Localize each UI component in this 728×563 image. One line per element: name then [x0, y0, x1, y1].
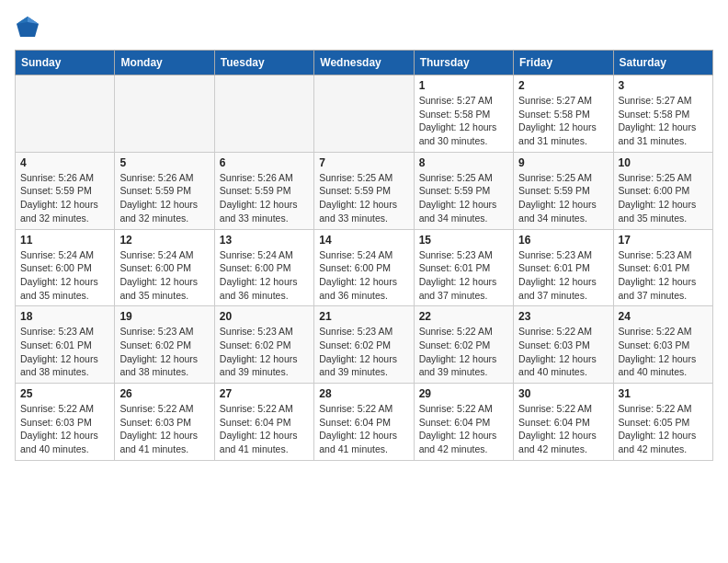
day-info: Sunrise: 5:22 AMSunset: 6:03 PMDaylight:…: [119, 402, 209, 456]
day-number: 6: [220, 156, 309, 169]
table-row: 13Sunrise: 5:24 AMSunset: 6:00 PMDayligh…: [214, 229, 313, 306]
day-number: 22: [419, 310, 508, 323]
day-info: Sunrise: 5:23 AMSunset: 6:02 PMDaylight:…: [220, 325, 309, 379]
day-number: 16: [518, 234, 608, 247]
table-row: 17Sunrise: 5:23 AMSunset: 6:01 PMDayligh…: [613, 229, 712, 306]
day-number: 30: [518, 387, 608, 400]
table-row: [16, 75, 115, 153]
table-row: 3Sunrise: 5:27 AMSunset: 5:58 PMDaylight…: [613, 75, 712, 153]
table-row: 7Sunrise: 5:25 AMSunset: 5:59 PMDaylight…: [314, 152, 414, 229]
day-info: Sunrise: 5:25 AMSunset: 6:00 PMDaylight:…: [619, 171, 708, 225]
day-info: Sunrise: 5:24 AMSunset: 6:00 PMDaylight:…: [220, 248, 309, 303]
table-row: [214, 75, 313, 153]
day-number: 8: [419, 156, 508, 169]
table-row: 15Sunrise: 5:23 AMSunset: 6:01 PMDayligh…: [414, 229, 513, 306]
day-info: Sunrise: 5:22 AMSunset: 6:05 PMDaylight:…: [619, 402, 708, 456]
table-row: 24Sunrise: 5:22 AMSunset: 6:03 PMDayligh…: [613, 306, 712, 384]
day-number: 9: [518, 156, 608, 169]
table-row: 23Sunrise: 5:22 AMSunset: 6:03 PMDayligh…: [514, 306, 613, 384]
day-info: Sunrise: 5:22 AMSunset: 6:03 PMDaylight:…: [619, 325, 708, 379]
day-info: Sunrise: 5:22 AMSunset: 6:03 PMDaylight:…: [20, 402, 109, 456]
table-row: [115, 75, 214, 153]
weekday-header: Thursday: [414, 51, 513, 75]
table-row: 21Sunrise: 5:23 AMSunset: 6:02 PMDayligh…: [314, 306, 414, 384]
weekday-header: Wednesday: [314, 51, 414, 75]
day-number: 15: [419, 234, 508, 247]
day-info: Sunrise: 5:23 AMSunset: 6:01 PMDaylight:…: [619, 248, 708, 303]
day-info: Sunrise: 5:24 AMSunset: 6:00 PMDaylight:…: [20, 248, 109, 303]
day-number: 12: [119, 234, 209, 247]
table-row: 31Sunrise: 5:22 AMSunset: 6:05 PMDayligh…: [613, 384, 712, 461]
calendar-row: 11Sunrise: 5:24 AMSunset: 6:00 PMDayligh…: [16, 229, 713, 306]
day-number: 11: [20, 234, 109, 247]
table-row: 30Sunrise: 5:22 AMSunset: 6:04 PMDayligh…: [514, 384, 613, 461]
day-info: Sunrise: 5:23 AMSunset: 6:02 PMDaylight:…: [119, 325, 209, 379]
calendar-row: 1Sunrise: 5:27 AMSunset: 5:58 PMDaylight…: [16, 75, 713, 153]
day-number: 4: [20, 156, 109, 169]
table-row: 16Sunrise: 5:23 AMSunset: 6:01 PMDayligh…: [514, 229, 613, 306]
day-number: 27: [220, 387, 309, 400]
day-info: Sunrise: 5:26 AMSunset: 5:59 PMDaylight:…: [220, 171, 309, 225]
day-number: 2: [518, 79, 608, 92]
day-number: 1: [419, 79, 508, 92]
day-info: Sunrise: 5:24 AMSunset: 6:00 PMDaylight:…: [319, 248, 408, 303]
weekday-header: Monday: [115, 51, 214, 75]
table-row: 5Sunrise: 5:26 AMSunset: 5:59 PMDaylight…: [115, 152, 214, 229]
day-number: 26: [119, 387, 209, 400]
table-row: 20Sunrise: 5:23 AMSunset: 6:02 PMDayligh…: [214, 306, 313, 384]
day-info: Sunrise: 5:27 AMSunset: 5:58 PMDaylight:…: [419, 94, 508, 148]
day-info: Sunrise: 5:22 AMSunset: 6:04 PMDaylight:…: [518, 402, 608, 456]
day-number: 18: [20, 310, 109, 323]
table-row: [314, 75, 414, 153]
day-info: Sunrise: 5:22 AMSunset: 6:04 PMDaylight:…: [319, 402, 408, 456]
table-row: 25Sunrise: 5:22 AMSunset: 6:03 PMDayligh…: [16, 384, 115, 461]
day-info: Sunrise: 5:27 AMSunset: 5:58 PMDaylight:…: [619, 94, 708, 148]
day-number: 31: [619, 387, 708, 400]
table-row: 1Sunrise: 5:27 AMSunset: 5:58 PMDaylight…: [414, 75, 513, 153]
day-info: Sunrise: 5:23 AMSunset: 6:01 PMDaylight:…: [20, 325, 109, 379]
day-info: Sunrise: 5:23 AMSunset: 6:01 PMDaylight:…: [419, 248, 508, 303]
weekday-header: Tuesday: [214, 51, 313, 75]
table-row: 22Sunrise: 5:22 AMSunset: 6:02 PMDayligh…: [414, 306, 513, 384]
calendar-row: 25Sunrise: 5:22 AMSunset: 6:03 PMDayligh…: [16, 384, 713, 461]
table-row: 27Sunrise: 5:22 AMSunset: 6:04 PMDayligh…: [214, 384, 313, 461]
day-info: Sunrise: 5:22 AMSunset: 6:02 PMDaylight:…: [419, 325, 508, 379]
day-number: 28: [319, 387, 408, 400]
table-row: 12Sunrise: 5:24 AMSunset: 6:00 PMDayligh…: [115, 229, 214, 306]
day-number: 13: [220, 234, 309, 247]
table-row: 8Sunrise: 5:25 AMSunset: 5:59 PMDaylight…: [414, 152, 513, 229]
day-number: 14: [319, 234, 408, 247]
day-number: 17: [619, 234, 708, 247]
day-info: Sunrise: 5:23 AMSunset: 6:01 PMDaylight:…: [518, 248, 608, 303]
table-row: 4Sunrise: 5:26 AMSunset: 5:59 PMDaylight…: [16, 152, 115, 229]
day-info: Sunrise: 5:25 AMSunset: 5:59 PMDaylight:…: [419, 171, 508, 225]
table-row: 2Sunrise: 5:27 AMSunset: 5:58 PMDaylight…: [514, 75, 613, 153]
day-info: Sunrise: 5:26 AMSunset: 5:59 PMDaylight:…: [119, 171, 209, 225]
calendar-table: SundayMondayTuesdayWednesdayThursdayFrid…: [15, 50, 713, 461]
day-info: Sunrise: 5:26 AMSunset: 5:59 PMDaylight:…: [20, 171, 109, 225]
weekday-header: Sunday: [16, 51, 115, 75]
day-number: 20: [220, 310, 309, 323]
table-row: 9Sunrise: 5:25 AMSunset: 5:59 PMDaylight…: [514, 152, 613, 229]
day-info: Sunrise: 5:23 AMSunset: 6:02 PMDaylight:…: [319, 325, 408, 379]
logo: [15, 15, 44, 40]
day-info: Sunrise: 5:22 AMSunset: 6:03 PMDaylight:…: [518, 325, 608, 379]
day-info: Sunrise: 5:27 AMSunset: 5:58 PMDaylight:…: [518, 94, 608, 148]
header-row: SundayMondayTuesdayWednesdayThursdayFrid…: [16, 51, 713, 75]
day-info: Sunrise: 5:25 AMSunset: 5:59 PMDaylight:…: [518, 171, 608, 225]
day-number: 7: [319, 156, 408, 169]
day-number: 21: [319, 310, 408, 323]
table-row: 6Sunrise: 5:26 AMSunset: 5:59 PMDaylight…: [214, 152, 313, 229]
day-info: Sunrise: 5:25 AMSunset: 5:59 PMDaylight:…: [319, 171, 408, 225]
day-info: Sunrise: 5:24 AMSunset: 6:00 PMDaylight:…: [119, 248, 209, 303]
day-number: 24: [619, 310, 708, 323]
calendar-row: 4Sunrise: 5:26 AMSunset: 5:59 PMDaylight…: [16, 152, 713, 229]
day-number: 19: [119, 310, 209, 323]
day-number: 5: [119, 156, 209, 169]
table-row: 18Sunrise: 5:23 AMSunset: 6:01 PMDayligh…: [16, 306, 115, 384]
weekday-header: Saturday: [613, 51, 712, 75]
table-row: 19Sunrise: 5:23 AMSunset: 6:02 PMDayligh…: [115, 306, 214, 384]
day-info: Sunrise: 5:22 AMSunset: 6:04 PMDaylight:…: [419, 402, 508, 456]
day-number: 23: [518, 310, 608, 323]
day-number: 3: [619, 79, 708, 92]
